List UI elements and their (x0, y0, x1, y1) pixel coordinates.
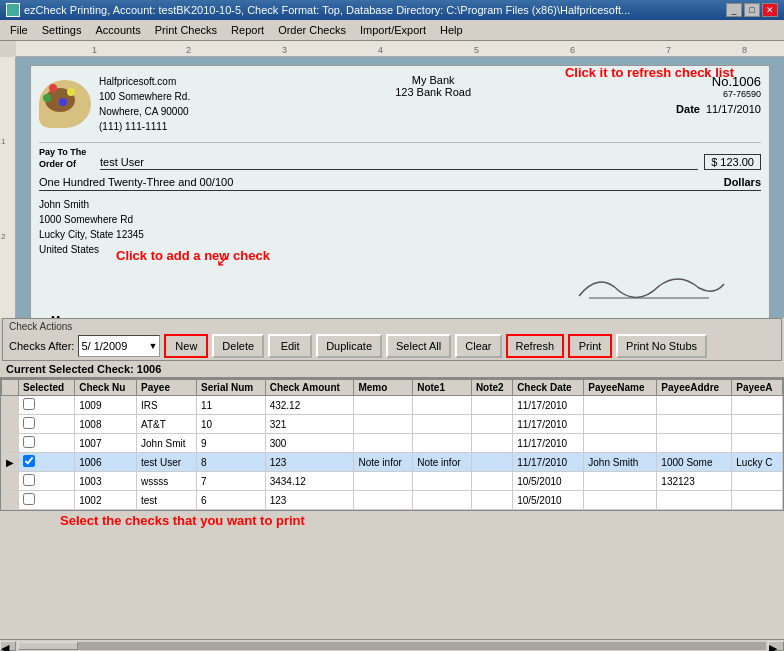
table-cell (657, 415, 732, 434)
delete-button[interactable]: Delete (212, 334, 264, 358)
bottom-scrollbar[interactable]: ◀ ▶ (0, 639, 784, 651)
date-dropdown-icon[interactable]: ▼ (148, 341, 157, 351)
table-cell: 1000 Some (657, 453, 732, 472)
check-actions-group: Check Actions Checks After: ▼ New Delete… (2, 318, 782, 361)
row-checkbox[interactable] (23, 398, 35, 410)
table-cell (2, 472, 19, 491)
selected-check-header: Current Selected Check: 1006 (0, 361, 784, 377)
col-date: Check Date (513, 380, 584, 396)
edit-button[interactable]: Edit (268, 334, 312, 358)
table-cell: Note infor (413, 453, 472, 472)
col-note2: Note2 (471, 380, 512, 396)
window-title: ezCheck Printing, Account: testBK2010-10… (24, 4, 630, 16)
close-button[interactable]: ✕ (762, 3, 778, 17)
col-payee-name: PayeeName (584, 380, 657, 396)
scroll-left-btn[interactable]: ◀ (0, 641, 16, 651)
check-preview-area: Halfpricesoft.com 100 Somewhere Rd. Nowh… (16, 57, 784, 318)
duplicate-button[interactable]: Duplicate (316, 334, 382, 358)
table-cell (2, 491, 19, 510)
table-cell: 1008 (75, 415, 137, 434)
check-preview: Halfpricesoft.com 100 Somewhere Rd. Nowh… (30, 65, 770, 318)
table-cell (2, 415, 19, 434)
check-table-section: Selected Check Nu Payee Serial Num Check… (0, 377, 784, 639)
table-cell (471, 491, 512, 510)
check-actions-label: Check Actions (9, 321, 775, 332)
bank-info: My Bank 123 Bank Road (395, 74, 471, 98)
table-row[interactable]: ▶1006test User8123Note inforNote infor11… (2, 453, 783, 472)
ruler-vertical: 1 2 3 (0, 57, 16, 318)
table-cell: 11 (196, 396, 265, 415)
table-cell: 6 (196, 491, 265, 510)
table-cell (471, 396, 512, 415)
table-cell (413, 396, 472, 415)
clear-button[interactable]: Clear (455, 334, 501, 358)
refresh-button[interactable]: Refresh (506, 334, 565, 358)
print-no-stubs-button[interactable]: Print No Stubs (616, 334, 707, 358)
col-payee-addr: PayeeAddre (657, 380, 732, 396)
table-cell: Note infor (354, 453, 413, 472)
menu-accounts[interactable]: Accounts (89, 22, 146, 38)
menu-order-checks[interactable]: Order Checks (272, 22, 352, 38)
row-checkbox[interactable] (23, 474, 35, 486)
table-cell (413, 491, 472, 510)
table-cell: 123 (265, 453, 354, 472)
table-cell: 3434.12 (265, 472, 354, 491)
pay-to-label: Pay To TheOrder Of (39, 147, 94, 170)
table-row[interactable]: 1008AT&T1032111/17/2010 (2, 415, 783, 434)
table-cell (657, 491, 732, 510)
table-row[interactable]: 1007John Smit930011/17/2010 (2, 434, 783, 453)
menu-print-checks[interactable]: Print Checks (149, 22, 223, 38)
table-cell (2, 434, 19, 453)
table-cell: wssss (137, 472, 197, 491)
table-cell (19, 415, 75, 434)
table-cell (471, 453, 512, 472)
menu-help[interactable]: Help (434, 22, 469, 38)
col-check-num: Check Nu (75, 380, 137, 396)
table-cell: 432.12 (265, 396, 354, 415)
table-cell (584, 415, 657, 434)
menu-settings[interactable]: Settings (36, 22, 88, 38)
table-row[interactable]: 1003wssss73434.1210/5/2010132123 (2, 472, 783, 491)
table-cell: John Smith (584, 453, 657, 472)
menu-bar: File Settings Accounts Print Checks Repo… (0, 20, 784, 41)
row-checkbox[interactable] (23, 417, 35, 429)
select-all-button[interactable]: Select All (386, 334, 451, 358)
table-wrapper[interactable]: Selected Check Nu Payee Serial Num Check… (0, 378, 784, 511)
scrollbar-thumb[interactable] (18, 642, 78, 650)
menu-report[interactable]: Report (225, 22, 270, 38)
scroll-right-btn[interactable]: ▶ (768, 641, 784, 651)
new-button[interactable]: New (164, 334, 208, 358)
table-cell: 11/17/2010 (513, 396, 584, 415)
table-cell: Lucky C (732, 453, 783, 472)
table-cell: ▶ (2, 453, 19, 472)
row-checkbox[interactable] (23, 493, 35, 505)
table-cell (354, 415, 413, 434)
company-info: Halfpricesoft.com 100 Somewhere Rd. Nowh… (99, 74, 190, 134)
date-input[interactable] (81, 337, 146, 355)
table-cell (19, 491, 75, 510)
maximize-button[interactable]: □ (744, 3, 760, 17)
table-cell: 11/17/2010 (513, 415, 584, 434)
table-row[interactable]: 1002test612310/5/2010 (2, 491, 783, 510)
title-bar: ezCheck Printing, Account: testBK2010-10… (0, 0, 784, 20)
table-cell (471, 415, 512, 434)
print-button[interactable]: Print (568, 334, 612, 358)
table-row[interactable]: 1009IRS11432.1211/17/2010 (2, 396, 783, 415)
table-cell: 7 (196, 472, 265, 491)
table-cell (413, 434, 472, 453)
col-note1: Note1 (413, 380, 472, 396)
menu-file[interactable]: File (4, 22, 34, 38)
table-cell (584, 434, 657, 453)
col-amount: Check Amount (265, 380, 354, 396)
table-cell: IRS (137, 396, 197, 415)
table-cell (2, 396, 19, 415)
menu-import-export[interactable]: Import/Export (354, 22, 432, 38)
row-checkbox[interactable] (23, 436, 35, 448)
minimize-button[interactable]: _ (726, 3, 742, 17)
col-serial: Serial Num (196, 380, 265, 396)
row-checkbox[interactable] (23, 455, 35, 467)
table-cell (732, 472, 783, 491)
table-cell: 10 (196, 415, 265, 434)
scrollbar-track[interactable] (18, 642, 766, 650)
ruler-horizontal: 1 2 3 4 5 6 7 8 (16, 41, 784, 57)
